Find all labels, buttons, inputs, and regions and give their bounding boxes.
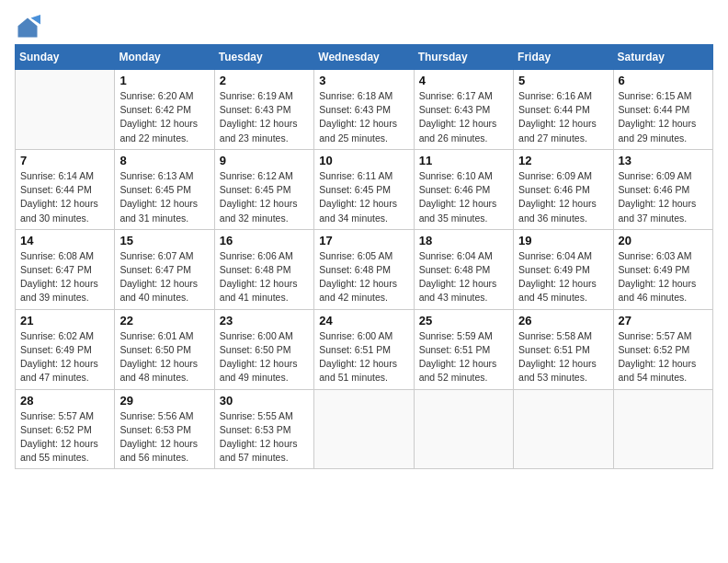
calendar-week-2: 7Sunrise: 6:14 AMSunset: 6:44 PMDaylight… [16, 149, 713, 229]
page-header [15, 15, 713, 40]
svg-marker-0 [18, 18, 38, 38]
day-number: 23 [220, 314, 309, 327]
day-number: 16 [220, 234, 309, 247]
calendar-cell: 8Sunrise: 6:13 AMSunset: 6:45 PMDaylight… [115, 149, 214, 229]
day-header-tuesday: Tuesday [214, 45, 313, 70]
day-number: 24 [319, 314, 408, 327]
day-number: 4 [419, 74, 508, 87]
day-number: 26 [518, 314, 608, 327]
day-info: Sunrise: 6:11 AMSunset: 6:45 PMDaylight:… [319, 169, 408, 225]
day-info: Sunrise: 6:01 AMSunset: 6:50 PMDaylight:… [119, 329, 209, 385]
day-number: 14 [20, 234, 109, 247]
day-number: 17 [319, 234, 408, 247]
day-info: Sunrise: 6:00 AMSunset: 6:51 PMDaylight:… [319, 329, 408, 385]
calendar-cell [514, 389, 613, 469]
calendar-cell: 15Sunrise: 6:07 AMSunset: 6:47 PMDayligh… [115, 229, 214, 309]
day-info: Sunrise: 6:07 AMSunset: 6:47 PMDaylight:… [119, 249, 209, 305]
day-number: 27 [619, 314, 708, 327]
day-number: 12 [518, 154, 608, 167]
day-info: Sunrise: 6:09 AMSunset: 6:46 PMDaylight:… [619, 169, 708, 225]
day-info: Sunrise: 6:04 AMSunset: 6:49 PMDaylight:… [518, 249, 608, 305]
day-info: Sunrise: 6:00 AMSunset: 6:50 PMDaylight:… [220, 329, 309, 385]
calendar-cell: 18Sunrise: 6:04 AMSunset: 6:48 PMDayligh… [414, 229, 513, 309]
day-info: Sunrise: 6:18 AMSunset: 6:43 PMDaylight:… [319, 89, 408, 145]
day-info: Sunrise: 6:19 AMSunset: 6:43 PMDaylight:… [220, 89, 309, 145]
calendar-cell: 13Sunrise: 6:09 AMSunset: 6:46 PMDayligh… [613, 149, 712, 229]
calendar-cell: 26Sunrise: 5:58 AMSunset: 6:51 PMDayligh… [514, 309, 613, 389]
day-info: Sunrise: 6:14 AMSunset: 6:44 PMDaylight:… [20, 169, 109, 225]
day-header-saturday: Saturday [613, 45, 712, 70]
calendar-cell: 17Sunrise: 6:05 AMSunset: 6:48 PMDayligh… [314, 229, 414, 309]
day-info: Sunrise: 6:06 AMSunset: 6:48 PMDaylight:… [220, 249, 309, 305]
calendar-cell: 28Sunrise: 5:57 AMSunset: 6:52 PMDayligh… [16, 389, 115, 469]
calendar-cell: 5Sunrise: 6:16 AMSunset: 6:44 PMDaylight… [514, 70, 613, 150]
day-info: Sunrise: 6:15 AMSunset: 6:44 PMDaylight:… [619, 89, 708, 145]
day-number: 7 [20, 154, 109, 167]
calendar-header-row: SundayMondayTuesdayWednesdayThursdayFrid… [16, 45, 713, 70]
calendar-cell: 22Sunrise: 6:01 AMSunset: 6:50 PMDayligh… [115, 309, 214, 389]
day-header-sunday: Sunday [16, 45, 115, 70]
day-number: 13 [619, 154, 708, 167]
calendar-cell: 29Sunrise: 5:56 AMSunset: 6:53 PMDayligh… [115, 389, 214, 469]
day-info: Sunrise: 6:03 AMSunset: 6:49 PMDaylight:… [619, 249, 708, 305]
calendar-cell: 3Sunrise: 6:18 AMSunset: 6:43 PMDaylight… [314, 70, 414, 150]
day-number: 29 [119, 394, 209, 408]
calendar-table: SundayMondayTuesdayWednesdayThursdayFrid… [15, 44, 713, 469]
calendar-cell: 20Sunrise: 6:03 AMSunset: 6:49 PMDayligh… [613, 229, 712, 309]
day-info: Sunrise: 6:08 AMSunset: 6:47 PMDaylight:… [20, 249, 109, 305]
day-info: Sunrise: 5:56 AMSunset: 6:53 PMDaylight:… [119, 409, 209, 465]
day-number: 2 [220, 74, 309, 87]
day-number: 8 [119, 154, 209, 167]
day-number: 1 [119, 74, 209, 87]
calendar-cell: 12Sunrise: 6:09 AMSunset: 6:46 PMDayligh… [514, 149, 613, 229]
day-info: Sunrise: 6:10 AMSunset: 6:46 PMDaylight:… [419, 169, 508, 225]
calendar-cell: 10Sunrise: 6:11 AMSunset: 6:45 PMDayligh… [314, 149, 414, 229]
day-info: Sunrise: 5:57 AMSunset: 6:52 PMDaylight:… [20, 409, 109, 465]
day-info: Sunrise: 6:12 AMSunset: 6:45 PMDaylight:… [220, 169, 309, 225]
day-number: 28 [20, 394, 109, 408]
day-info: Sunrise: 5:58 AMSunset: 6:51 PMDaylight:… [518, 329, 608, 385]
day-number: 9 [220, 154, 309, 167]
calendar-cell: 2Sunrise: 6:19 AMSunset: 6:43 PMDaylight… [214, 70, 313, 150]
day-number: 15 [119, 234, 209, 247]
day-info: Sunrise: 6:05 AMSunset: 6:48 PMDaylight:… [319, 249, 408, 305]
day-number: 11 [419, 154, 508, 167]
day-info: Sunrise: 6:20 AMSunset: 6:42 PMDaylight:… [119, 89, 209, 145]
calendar-cell [414, 389, 513, 469]
calendar-cell: 30Sunrise: 5:55 AMSunset: 6:53 PMDayligh… [214, 389, 313, 469]
day-number: 25 [419, 314, 508, 327]
calendar-cell: 23Sunrise: 6:00 AMSunset: 6:50 PMDayligh… [214, 309, 313, 389]
day-header-wednesday: Wednesday [314, 45, 414, 70]
calendar-cell: 19Sunrise: 6:04 AMSunset: 6:49 PMDayligh… [514, 229, 613, 309]
day-info: Sunrise: 6:16 AMSunset: 6:44 PMDaylight:… [518, 89, 608, 145]
day-info: Sunrise: 5:59 AMSunset: 6:51 PMDaylight:… [419, 329, 508, 385]
day-number: 6 [619, 74, 708, 87]
calendar-week-4: 21Sunrise: 6:02 AMSunset: 6:49 PMDayligh… [16, 309, 713, 389]
day-header-thursday: Thursday [414, 45, 513, 70]
calendar-cell [314, 389, 414, 469]
day-number: 22 [119, 314, 209, 327]
calendar-cell: 7Sunrise: 6:14 AMSunset: 6:44 PMDaylight… [16, 149, 115, 229]
calendar-cell: 4Sunrise: 6:17 AMSunset: 6:43 PMDaylight… [414, 70, 513, 150]
day-number: 30 [220, 394, 309, 408]
logo [15, 15, 44, 40]
calendar-cell [613, 389, 712, 469]
day-number: 21 [20, 314, 109, 327]
day-info: Sunrise: 6:13 AMSunset: 6:45 PMDaylight:… [119, 169, 209, 225]
logo-icon [15, 15, 40, 40]
day-number: 3 [319, 74, 408, 87]
calendar-cell: 9Sunrise: 6:12 AMSunset: 6:45 PMDaylight… [214, 149, 313, 229]
day-number: 20 [619, 234, 708, 247]
day-info: Sunrise: 5:57 AMSunset: 6:52 PMDaylight:… [619, 329, 708, 385]
calendar-cell: 6Sunrise: 6:15 AMSunset: 6:44 PMDaylight… [613, 70, 712, 150]
calendar-cell: 21Sunrise: 6:02 AMSunset: 6:49 PMDayligh… [16, 309, 115, 389]
day-number: 10 [319, 154, 408, 167]
calendar-cell: 14Sunrise: 6:08 AMSunset: 6:47 PMDayligh… [16, 229, 115, 309]
day-info: Sunrise: 6:04 AMSunset: 6:48 PMDaylight:… [419, 249, 508, 305]
day-header-monday: Monday [115, 45, 214, 70]
day-number: 5 [518, 74, 608, 87]
calendar-cell: 24Sunrise: 6:00 AMSunset: 6:51 PMDayligh… [314, 309, 414, 389]
day-info: Sunrise: 5:55 AMSunset: 6:53 PMDaylight:… [220, 409, 309, 465]
calendar-cell: 16Sunrise: 6:06 AMSunset: 6:48 PMDayligh… [214, 229, 313, 309]
calendar-cell: 27Sunrise: 5:57 AMSunset: 6:52 PMDayligh… [613, 309, 712, 389]
